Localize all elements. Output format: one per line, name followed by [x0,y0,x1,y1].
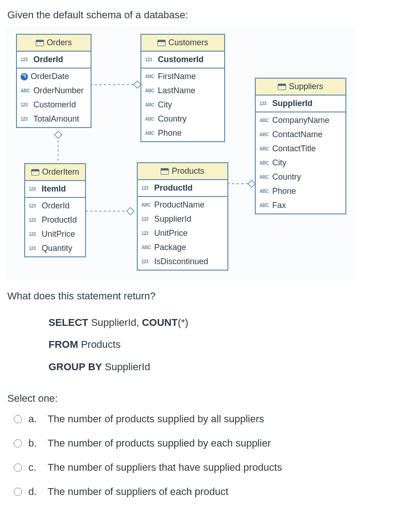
clock-icon [21,73,28,80]
col-name: Quantity [42,242,72,255]
intro-text: Given the default schema of a database: [7,7,413,22]
sql-text: (*) [178,317,188,328]
option-letter: c. [28,460,41,475]
col-name: CompanyName [272,114,329,127]
col-name: UnitPrice [154,227,188,239]
sql-keyword: GROUP BY [48,361,102,372]
table-header: OrderItem [25,164,85,181]
question-text: What does this statement return? [7,288,413,303]
table-header: Products [138,163,227,180]
pk-field: CustomerId [158,53,204,66]
radio-b[interactable] [14,439,22,447]
col-name: Fax [272,199,286,212]
col-name: Country [272,171,301,183]
col-name: TotalAmount [33,113,79,125]
sql-text: SupplierId, [88,317,142,328]
col-name: SupplierId [154,213,191,225]
col-name: Package [154,241,186,254]
option-letter: b. [28,436,41,451]
option-text: The number of products supplied by all s… [48,411,264,426]
col-name: FirstName [158,70,196,83]
select-one-label: Select one: [7,391,413,406]
table-title: Suppliers [289,80,323,93]
svg-marker-0 [134,81,141,88]
col-name: OrderDate [31,70,69,83]
sql-text: SupplierId [102,361,150,372]
pk-field: ItemId [42,183,66,195]
col-name: City [272,157,286,169]
option-c[interactable]: c. The number of suppliers that have sup… [7,460,413,475]
options-list: a. The number of products supplied by al… [7,411,413,499]
option-text: The number of suppliers of each product [48,484,228,499]
col-name: Phone [158,127,182,139]
radio-d[interactable] [14,488,22,496]
table-products: Products ProductId ProductName SupplierI… [137,162,228,271]
radio-c[interactable] [14,463,22,472]
col-name: Phone [272,185,296,197]
table-title: OrderItem [42,166,79,178]
table-header: Customers [141,35,224,52]
option-letter: d. [28,484,41,499]
col-name: CustomerId [33,99,76,111]
radio-a[interactable] [14,415,22,423]
option-letter: a. [28,411,41,426]
table-title: Products [172,165,204,177]
sql-block: SELECT SupplierId, COUNT(*) FROM Product… [48,312,413,378]
col-name: LastName [158,85,195,97]
col-name: IsDiscontinued [154,255,208,268]
table-icon [36,40,44,46]
pk-field: ProductId [154,182,193,194]
table-title: Orders [47,37,72,49]
col-name: ProductId [42,214,77,226]
option-a[interactable]: a. The number of products supplied by al… [7,411,413,426]
svg-marker-1 [54,131,62,138]
table-icon [278,84,286,90]
option-b[interactable]: b. The number of products supplied by ea… [7,436,413,451]
table-icon [157,40,166,46]
table-title: Customers [168,37,208,49]
schema-diagram: Orders OrderId OrderDate OrderNumber Cus… [7,28,355,279]
sql-keyword: FROM [48,339,78,350]
col-name: UnitPrice [42,228,75,240]
sql-keyword: COUNT [142,317,178,328]
sql-keyword: SELECT [48,317,88,328]
option-d[interactable]: d. The number of suppliers of each produ… [7,484,413,499]
table-header: Suppliers [256,79,345,96]
table-icon [161,168,169,175]
option-text: The number of suppliers that have suppli… [48,460,282,475]
col-name: OrderId [42,200,70,212]
table-header: Orders [17,35,91,52]
table-orders: Orders OrderId OrderDate OrderNumber Cus… [16,34,92,128]
col-name: Country [158,113,187,125]
pk-field: SupplierId [272,97,312,110]
col-name: ProductName [154,199,205,211]
pk-field: OrderId [33,53,63,66]
sql-text: Products [78,339,121,350]
option-text: The number of products supplied by each … [48,436,271,451]
col-name: OrderNumber [33,85,84,97]
col-name: ContactTitle [272,143,316,155]
table-orderitem: OrderItem ItemId OrderId ProductId UnitP… [24,163,86,257]
table-suppliers: Suppliers SupplierId CompanyName Contact… [255,78,346,214]
svg-marker-3 [248,180,255,187]
table-customers: Customers CustomerId FirstName LastName … [140,34,225,142]
col-name: ContactName [272,128,323,141]
table-icon [31,169,39,176]
col-name: City [158,99,172,111]
svg-marker-2 [127,207,134,215]
